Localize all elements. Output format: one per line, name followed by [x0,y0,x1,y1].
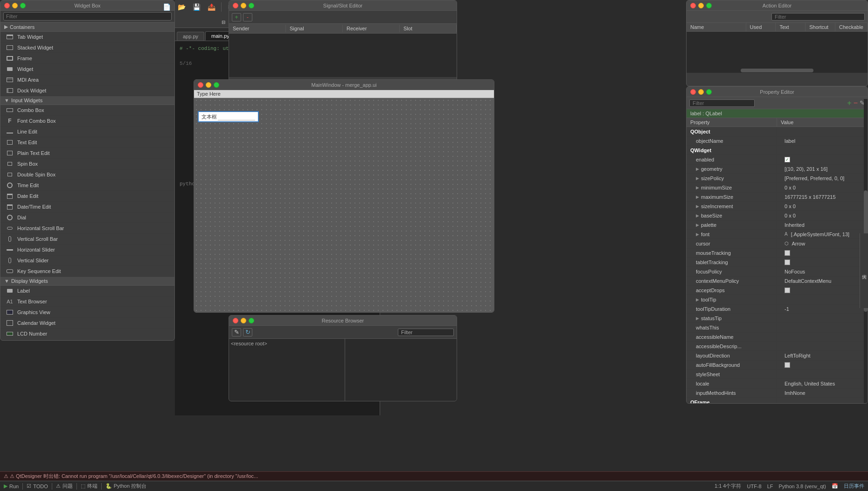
widget-box-filter-input[interactable] [3,12,172,21]
open-file-button[interactable]: 📂 [175,1,189,13]
ae-scrollbar-thumb[interactable] [741,69,813,72]
pe-accessibledesc-value[interactable] [777,342,868,351]
widget-item-text-edit[interactable]: Text Edit [0,137,174,148]
terminal-status-item[interactable]: ⬚ 终端 [81,483,97,490]
designer-canvas[interactable]: 文本框 [194,98,494,312]
pe-row-inputmethodhints[interactable]: inputMethodHints ImhNone [687,388,868,398]
ss-minimize-button[interactable] [241,3,246,8]
widget-item-spin-box[interactable]: Spin Box [0,159,174,169]
pe-row-accessiblename[interactable]: accessibleName [687,332,868,342]
pe-sizepolicy-value[interactable]: [Preferred, Preferred, 0, 0] [777,174,868,182]
pe-tooltipduration-value[interactable]: -1 [777,304,868,313]
widget-item-widget[interactable]: Widget [0,64,174,75]
pe-contextmenupolicy-value[interactable]: DefaultContextMenu [777,276,868,285]
designer-minimize-button[interactable] [206,82,211,88]
pe-palette-value[interactable]: Inherited [777,220,868,229]
pe-row-tooltip[interactable]: ▶ toolTip [687,295,868,304]
minimize-button[interactable] [12,3,18,8]
pe-sizepolicy-expand[interactable]: ▶ [696,176,699,181]
pe-tablettracking-checkbox[interactable] [785,260,790,265]
pe-font-expand[interactable]: ▶ [696,232,699,237]
pe-minimize-button[interactable] [698,89,704,95]
pe-enabled-value[interactable] [777,155,868,164]
property-remove-button[interactable]: − [854,99,858,107]
designer-menubar[interactable]: Type Here [194,90,494,98]
designer-maximize-button[interactable] [214,82,219,88]
pe-whatsthis-value[interactable] [777,323,868,332]
widget-item-vscrollbar[interactable]: Vertical Scroll Bar [0,234,174,245]
close-button[interactable] [4,3,10,8]
view-btn1[interactable]: ⊟ [216,16,230,28]
pe-close-button[interactable] [690,89,696,95]
ss-add-button[interactable]: + [232,13,241,21]
pe-row-whatsthis[interactable]: whatsThis [687,323,868,332]
tab-app-py[interactable]: app.py [177,32,204,41]
pe-mousetracking-checkbox[interactable] [785,250,790,256]
pe-tooltip-value[interactable] [777,295,868,304]
pe-statustip-expand[interactable]: ▶ [696,316,699,321]
pe-autofill-checkbox[interactable] [785,362,790,368]
pe-maximumsize-value[interactable]: 16777215 x 16777215 [777,192,868,201]
widget-item-double-spin-box[interactable]: Double Spin Box [0,169,174,180]
pe-mousetracking-value[interactable] [777,248,868,257]
pe-row-enabled[interactable]: enabled [687,155,868,164]
pe-row-maximumsize[interactable]: ▶ maximumSize 16777215 x 16777215 [687,192,868,202]
action-editor-filter[interactable] [771,13,865,21]
pe-row-autofill[interactable]: autoFillBackground [687,360,868,370]
rb-edit-button[interactable]: ✎ [232,328,241,337]
designer-label-widget[interactable]: 文本框 [198,111,259,122]
pe-row-tooltipduration[interactable]: toolTipDuration -1 [687,304,868,314]
widget-item-label[interactable]: Label [0,286,174,296]
python-console-item[interactable]: 🐍 Python 控制台 [105,483,146,490]
widget-item-stacked-widget[interactable]: Stacked Widget [0,42,174,53]
rb-close-button[interactable] [233,318,238,323]
pe-row-accessibledesc[interactable]: accessibleDescrip... [687,342,868,351]
resource-tree[interactable]: <resource root> [229,339,345,401]
pe-stylesheet-value[interactable] [777,370,868,379]
widget-item-line-edit[interactable]: Line Edit [0,126,174,137]
pe-autofill-value[interactable] [777,360,868,369]
rb-minimize-button[interactable] [241,318,246,323]
pe-locale-value[interactable]: English, United States [777,379,868,388]
property-add-button[interactable]: + [847,99,851,107]
widget-item-hslider[interactable]: Horizontal Slider [0,245,174,255]
pe-row-mousetracking[interactable]: mouseTracking [687,248,868,258]
widget-item-vslider[interactable]: Vertical Slider [0,255,174,266]
ss-close-button[interactable] [233,3,238,8]
pe-row-contextmenupolicy[interactable]: contextMenuPolicy DefaultContextMenu [687,276,868,286]
widget-item-text-browser[interactable]: A1 Text Browser [0,296,174,307]
pe-palette-expand[interactable]: ▶ [696,223,699,227]
new-file-button[interactable]: 📄 [160,1,174,13]
widget-item-frame[interactable]: Frame [0,53,174,64]
category-containers[interactable]: ▶ Containers [0,22,174,32]
save-button[interactable]: 💾 [190,1,204,13]
widget-item-graphics-view[interactable]: Graphics View [0,307,174,318]
pe-focuspolicy-value[interactable]: NoFocus [777,267,868,276]
pe-objectname-value[interactable]: label [777,136,868,145]
pe-row-tablettracking[interactable]: tabletTracking [687,258,868,267]
ae-close-button[interactable] [690,3,696,8]
pe-geometry-value[interactable]: [(10, 20), 201 x 16] [777,164,868,173]
pe-row-layoutdirection[interactable]: layoutDirection LeftToRight [687,351,868,360]
pe-maximize-button[interactable] [706,89,712,95]
pe-geometry-expand[interactable]: ▶ [696,167,699,171]
pe-minimumsize-expand[interactable]: ▶ [696,185,699,190]
pe-row-cursor[interactable]: cursor ⬡ Arrow [687,239,868,248]
pe-row-focuspolicy[interactable]: focusPolicy NoFocus [687,267,868,276]
problem-status-item[interactable]: ⚠ 问题 [56,483,73,490]
pe-layoutdirection-value[interactable]: LeftToRight [777,351,868,360]
widget-item-lcd-number[interactable]: LCD Number [0,329,174,339]
pe-statustip-value[interactable] [777,314,868,323]
pe-inputmethodhints-value[interactable]: ImhNone [777,388,868,397]
pe-enabled-checkbox[interactable] [785,157,790,162]
pe-row-objectname[interactable]: objectName label [687,136,868,146]
pe-tablettracking-value[interactable] [777,258,868,267]
widget-item-datetime-edit[interactable]: Date/Time Edit [0,202,174,212]
pe-row-font[interactable]: ▶ font A [.AppleSystemUIFont, 13] [687,230,868,239]
todo-status-item[interactable]: ☑ TODO [27,483,48,489]
maximize-button[interactable] [20,3,26,8]
pe-sizeincrement-value[interactable]: 0 x 0 [777,202,868,210]
property-editor-scroll-area[interactable]: QObject objectName label QWidget enabled… [687,127,868,404]
rb-refresh-button[interactable]: ↻ [243,328,252,337]
pe-row-stylesheet[interactable]: styleSheet [687,370,868,379]
